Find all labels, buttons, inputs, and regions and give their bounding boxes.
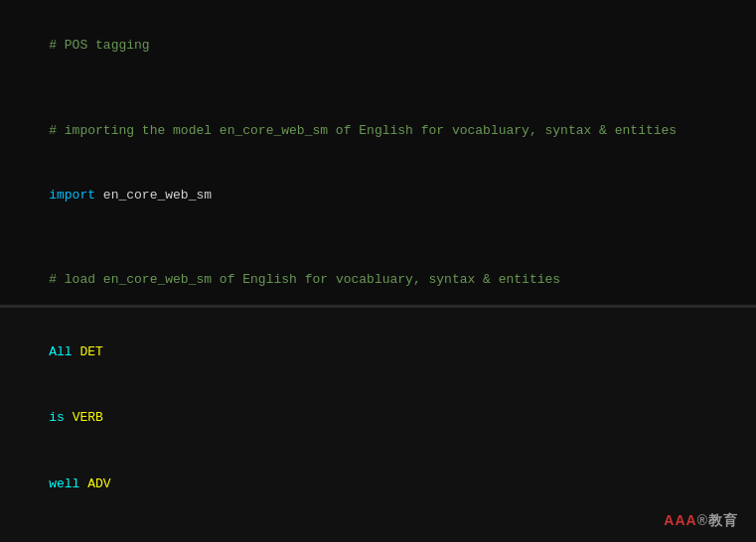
blank-line-2 bbox=[18, 226, 738, 247]
comment-rest: for vocabluary, syntax & entities bbox=[413, 123, 677, 138]
pos-verb-1: VERB bbox=[65, 410, 103, 425]
code-line-2: # importing the model en_core_web_sm of … bbox=[18, 99, 738, 163]
code-line-1: # POS tagging bbox=[18, 14, 738, 77]
word-all: All bbox=[49, 344, 72, 359]
output-line-all: All DET bbox=[18, 320, 738, 385]
blank-line-1 bbox=[18, 77, 738, 98]
comment-pos-tagging: # POS tagging bbox=[49, 38, 149, 53]
comment-english: English bbox=[359, 123, 413, 138]
output-line-that: that DET bbox=[18, 517, 738, 542]
comment-load: # load en_core_web_sm of bbox=[49, 272, 242, 287]
watermark-aaa: AAA bbox=[664, 512, 696, 528]
code-panel: # POS tagging # importing the model en_c… bbox=[0, 0, 756, 308]
output-line-well1: well ADV bbox=[18, 452, 738, 517]
code-line-4: # load en_core_web_sm of English for voc… bbox=[18, 248, 738, 308]
pos-adv-1: ADV bbox=[79, 476, 110, 491]
comment-load-rest: for vocabluary, syntax & entities bbox=[297, 272, 560, 287]
module-name: en_core_web_sm bbox=[95, 188, 212, 203]
code-line-3: import en_core_web_sm bbox=[18, 163, 738, 226]
keyword-import: import bbox=[49, 188, 95, 203]
output-panel: All DET is VERB well ADV that DET ends V… bbox=[0, 308, 756, 542]
comment-english2: English bbox=[242, 272, 297, 287]
comment-importing: # importing the model en_core_web_sm of bbox=[49, 123, 359, 138]
pos-det-1: DET bbox=[73, 344, 103, 359]
word-is: is bbox=[49, 410, 65, 425]
watermark-edu: 教育 bbox=[708, 512, 738, 528]
output-line-is: is VERB bbox=[18, 385, 738, 451]
word-well1: well bbox=[49, 476, 79, 491]
watermark: AAA®教育 bbox=[664, 512, 738, 530]
